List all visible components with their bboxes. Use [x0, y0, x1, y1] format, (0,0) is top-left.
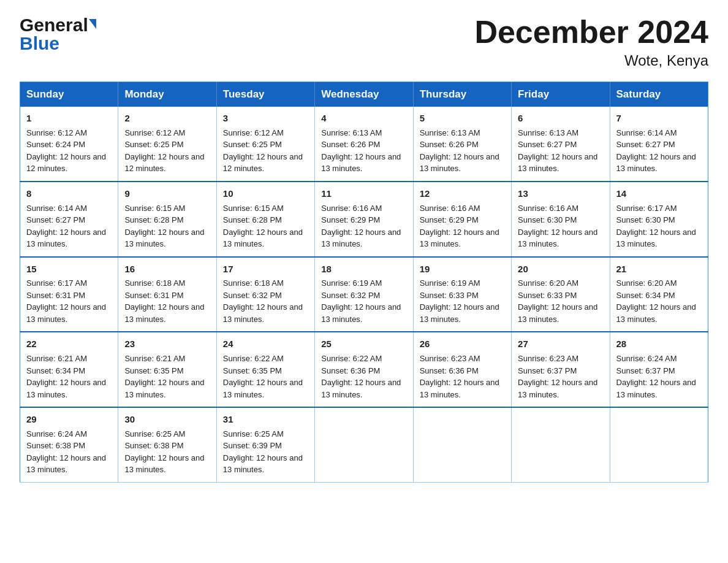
page-header: General Blue December 2024 Wote, Kenya [20, 15, 708, 69]
calendar-cell: 25Sunrise: 6:22 AMSunset: 6:36 PMDayligh… [315, 332, 413, 407]
day-info: Sunrise: 6:14 AMSunset: 6:27 PMDaylight:… [616, 127, 702, 175]
day-number: 2 [124, 112, 210, 125]
calendar-cell: 2Sunrise: 6:12 AMSunset: 6:25 PMDaylight… [118, 107, 216, 182]
day-number: 18 [321, 262, 406, 276]
day-info: Sunrise: 6:15 AMSunset: 6:28 PMDaylight:… [223, 202, 308, 250]
day-info: Sunrise: 6:18 AMSunset: 6:32 PMDaylight:… [223, 277, 308, 325]
day-number: 11 [321, 187, 406, 201]
day-number: 24 [223, 337, 308, 351]
day-info: Sunrise: 6:19 AMSunset: 6:33 PMDaylight:… [420, 277, 505, 325]
calendar-cell: 1Sunrise: 6:12 AMSunset: 6:24 PMDaylight… [20, 107, 118, 182]
day-number: 8 [26, 187, 112, 201]
day-number: 15 [26, 262, 112, 276]
calendar-cell: 11Sunrise: 6:16 AMSunset: 6:29 PMDayligh… [315, 182, 413, 257]
calendar-cell: 12Sunrise: 6:16 AMSunset: 6:29 PMDayligh… [413, 182, 511, 257]
day-info: Sunrise: 6:12 AMSunset: 6:25 PMDaylight:… [223, 127, 308, 175]
calendar-week-row: 8Sunrise: 6:14 AMSunset: 6:27 PMDaylight… [20, 182, 708, 257]
calendar-cell: 20Sunrise: 6:20 AMSunset: 6:33 PMDayligh… [512, 257, 610, 332]
logo: General Blue [20, 15, 96, 54]
calendar-cell: 21Sunrise: 6:20 AMSunset: 6:34 PMDayligh… [610, 257, 708, 332]
calendar-table: Sunday Monday Tuesday Wednesday Thursday… [20, 82, 708, 483]
day-info: Sunrise: 6:18 AMSunset: 6:31 PMDaylight:… [124, 277, 210, 325]
day-number: 1 [26, 112, 112, 125]
day-number: 3 [223, 112, 308, 125]
calendar-cell: 23Sunrise: 6:21 AMSunset: 6:35 PMDayligh… [118, 332, 216, 407]
day-info: Sunrise: 6:13 AMSunset: 6:26 PMDaylight:… [420, 127, 505, 175]
day-number: 31 [223, 413, 308, 426]
col-wednesday: Wednesday [315, 82, 413, 107]
day-number: 17 [223, 262, 308, 276]
day-number: 25 [321, 337, 406, 351]
day-number: 10 [223, 187, 308, 201]
calendar-cell [512, 407, 610, 482]
day-info: Sunrise: 6:20 AMSunset: 6:34 PMDaylight:… [616, 277, 702, 325]
calendar-cell: 6Sunrise: 6:13 AMSunset: 6:27 PMDaylight… [512, 107, 610, 182]
days-of-week-row: Sunday Monday Tuesday Wednesday Thursday… [20, 82, 708, 107]
logo-blue: Blue [20, 33, 96, 54]
col-thursday: Thursday [413, 82, 511, 107]
day-number: 6 [518, 112, 603, 125]
day-info: Sunrise: 6:24 AMSunset: 6:38 PMDaylight:… [26, 428, 112, 476]
day-info: Sunrise: 6:23 AMSunset: 6:37 PMDaylight:… [518, 353, 603, 400]
day-number: 9 [124, 187, 210, 201]
day-info: Sunrise: 6:24 AMSunset: 6:37 PMDaylight:… [616, 353, 702, 400]
calendar-cell: 10Sunrise: 6:15 AMSunset: 6:28 PMDayligh… [216, 182, 314, 257]
title-block: December 2024 Wote, Kenya [474, 15, 708, 69]
calendar-header: Sunday Monday Tuesday Wednesday Thursday… [20, 82, 708, 107]
calendar-cell: 4Sunrise: 6:13 AMSunset: 6:26 PMDaylight… [315, 107, 413, 182]
calendar-cell [315, 407, 413, 482]
day-number: 21 [616, 262, 702, 276]
day-number: 5 [420, 112, 505, 125]
day-info: Sunrise: 6:16 AMSunset: 6:30 PMDaylight:… [518, 202, 603, 250]
day-number: 27 [518, 337, 603, 351]
day-info: Sunrise: 6:14 AMSunset: 6:27 PMDaylight:… [26, 202, 112, 250]
day-number: 14 [616, 187, 702, 201]
calendar-week-row: 15Sunrise: 6:17 AMSunset: 6:31 PMDayligh… [20, 257, 708, 332]
calendar-cell: 7Sunrise: 6:14 AMSunset: 6:27 PMDaylight… [610, 107, 708, 182]
calendar-cell: 26Sunrise: 6:23 AMSunset: 6:36 PMDayligh… [413, 332, 511, 407]
calendar-cell: 5Sunrise: 6:13 AMSunset: 6:26 PMDaylight… [413, 107, 511, 182]
col-saturday: Saturday [610, 82, 708, 107]
day-number: 23 [124, 337, 210, 351]
day-number: 7 [616, 112, 702, 125]
day-info: Sunrise: 6:25 AMSunset: 6:38 PMDaylight:… [124, 428, 210, 476]
day-info: Sunrise: 6:17 AMSunset: 6:30 PMDaylight:… [616, 202, 702, 250]
day-number: 19 [420, 262, 505, 276]
day-info: Sunrise: 6:12 AMSunset: 6:25 PMDaylight:… [124, 127, 210, 175]
logo-general: General [20, 15, 88, 36]
day-number: 16 [124, 262, 210, 276]
calendar-cell: 16Sunrise: 6:18 AMSunset: 6:31 PMDayligh… [118, 257, 216, 332]
calendar-cell: 15Sunrise: 6:17 AMSunset: 6:31 PMDayligh… [20, 257, 118, 332]
calendar-cell: 27Sunrise: 6:23 AMSunset: 6:37 PMDayligh… [512, 332, 610, 407]
day-info: Sunrise: 6:13 AMSunset: 6:27 PMDaylight:… [518, 127, 603, 175]
day-info: Sunrise: 6:22 AMSunset: 6:36 PMDaylight:… [321, 353, 406, 400]
day-info: Sunrise: 6:16 AMSunset: 6:29 PMDaylight:… [321, 202, 406, 250]
calendar-cell: 30Sunrise: 6:25 AMSunset: 6:38 PMDayligh… [118, 407, 216, 482]
day-number: 4 [321, 112, 406, 125]
calendar-cell [413, 407, 511, 482]
location: Wote, Kenya [474, 52, 708, 69]
calendar-cell: 3Sunrise: 6:12 AMSunset: 6:25 PMDaylight… [216, 107, 314, 182]
day-info: Sunrise: 6:16 AMSunset: 6:29 PMDaylight:… [420, 202, 505, 250]
day-number: 20 [518, 262, 603, 276]
day-number: 13 [518, 187, 603, 201]
day-info: Sunrise: 6:13 AMSunset: 6:26 PMDaylight:… [321, 127, 406, 175]
calendar-cell [610, 407, 708, 482]
calendar-cell: 13Sunrise: 6:16 AMSunset: 6:30 PMDayligh… [512, 182, 610, 257]
logo-arrow-icon [89, 19, 96, 29]
day-info: Sunrise: 6:19 AMSunset: 6:32 PMDaylight:… [321, 277, 406, 325]
day-info: Sunrise: 6:15 AMSunset: 6:28 PMDaylight:… [124, 202, 210, 250]
day-number: 29 [26, 413, 112, 426]
day-info: Sunrise: 6:21 AMSunset: 6:34 PMDaylight:… [26, 353, 112, 400]
calendar-cell: 22Sunrise: 6:21 AMSunset: 6:34 PMDayligh… [20, 332, 118, 407]
calendar-cell: 28Sunrise: 6:24 AMSunset: 6:37 PMDayligh… [610, 332, 708, 407]
day-info: Sunrise: 6:17 AMSunset: 6:31 PMDaylight:… [26, 277, 112, 325]
calendar-cell: 31Sunrise: 6:25 AMSunset: 6:39 PMDayligh… [216, 407, 314, 482]
calendar-cell: 18Sunrise: 6:19 AMSunset: 6:32 PMDayligh… [315, 257, 413, 332]
col-friday: Friday [512, 82, 610, 107]
day-info: Sunrise: 6:12 AMSunset: 6:24 PMDaylight:… [26, 127, 112, 175]
day-info: Sunrise: 6:22 AMSunset: 6:35 PMDaylight:… [223, 353, 308, 400]
calendar-cell: 29Sunrise: 6:24 AMSunset: 6:38 PMDayligh… [20, 407, 118, 482]
day-number: 28 [616, 337, 702, 351]
calendar-week-row: 22Sunrise: 6:21 AMSunset: 6:34 PMDayligh… [20, 332, 708, 407]
